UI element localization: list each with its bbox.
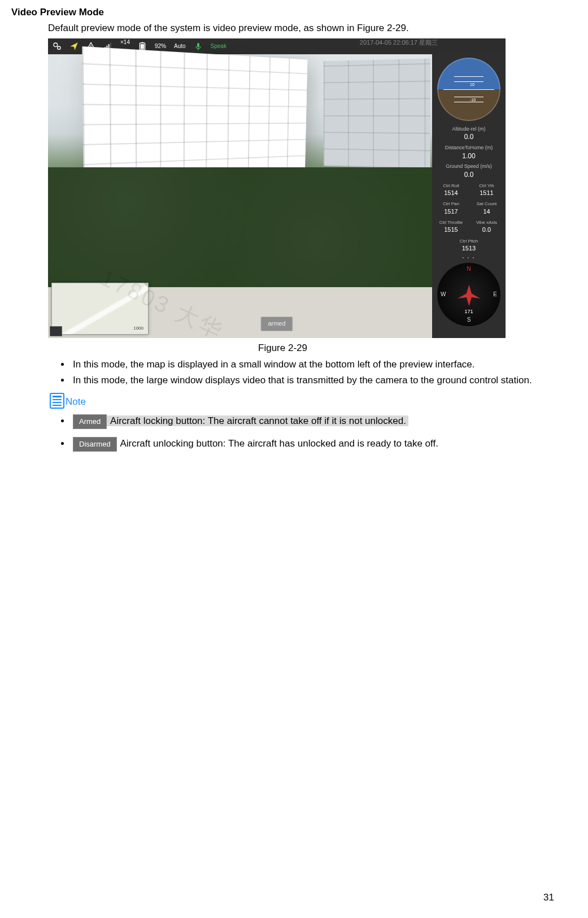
- minimap[interactable]: 1000: [51, 283, 149, 335]
- note-item: Armed Aircraft locking button: The aircr…: [71, 414, 554, 429]
- distance-value: 1.00: [433, 151, 504, 161]
- heading-value: 171: [464, 308, 473, 315]
- figure-screenshot: ×140.9 92% Auto Speak 2017-04-05 22:06:1…: [48, 38, 506, 338]
- altitude-value: 0.0: [433, 132, 504, 142]
- telemetry-panel: 10 -10 Altitude-rel (m)0.0 DistanceToHom…: [432, 54, 506, 338]
- compass-plane-icon: [456, 282, 482, 308]
- altitude-label: Altitude-rel (m): [433, 125, 504, 133]
- gears-icon[interactable]: [53, 42, 62, 51]
- bullet-item: In this mode, the large window displays …: [71, 374, 554, 387]
- armed-button[interactable]: armed: [260, 317, 293, 331]
- mode-label[interactable]: Auto: [174, 42, 186, 50]
- scene-building-left: [82, 46, 307, 185]
- disarmed-chip[interactable]: Disarmed: [73, 437, 117, 452]
- gspeed-value: 0.0: [433, 170, 504, 180]
- minimap-scale: 1000: [133, 325, 143, 331]
- compass: N S W E 171: [437, 263, 500, 326]
- bullet-item: In this mode, the map is displayed in a …: [71, 358, 554, 371]
- distance-label: DistanceToHome (m): [433, 144, 504, 151]
- scene-hedges: [48, 167, 432, 287]
- svg-point-0: [54, 43, 58, 47]
- armed-chip[interactable]: Armed: [73, 414, 107, 429]
- send-icon[interactable]: [69, 42, 79, 51]
- gspeed-label: Ground Speed (m/s): [433, 163, 504, 170]
- figure-caption: Figure 2-29: [11, 341, 554, 355]
- section-title: Video Preview Mode: [11, 6, 554, 19]
- intro-text: Default preview mode of the system is vi…: [48, 21, 554, 35]
- minimap-expand-icon[interactable]: [50, 326, 62, 336]
- speak-label[interactable]: Speak: [211, 42, 227, 50]
- svg-rect-10: [141, 44, 145, 49]
- svg-rect-9: [141, 42, 143, 42]
- timestamp-overlay: 2017-04-05 22:06:17 星期三: [360, 38, 438, 47]
- attitude-indicator: 10 -10: [437, 58, 500, 121]
- mic-icon[interactable]: [194, 42, 203, 51]
- pager-dots[interactable]: • • •: [433, 254, 504, 261]
- svg-point-1: [58, 46, 60, 49]
- scene-building-right: [324, 58, 430, 168]
- battery-pct: 92%: [155, 42, 166, 50]
- note-icon: [50, 393, 64, 409]
- note-label: Note: [66, 395, 86, 409]
- telemetry-grid: Ctrl Roll1514 Ctrl Yth1511 Ctrl Pan1517 …: [433, 181, 504, 236]
- svg-rect-11: [197, 43, 199, 47]
- note-item: Disarmed Aircraft unlocking button: The …: [71, 437, 554, 452]
